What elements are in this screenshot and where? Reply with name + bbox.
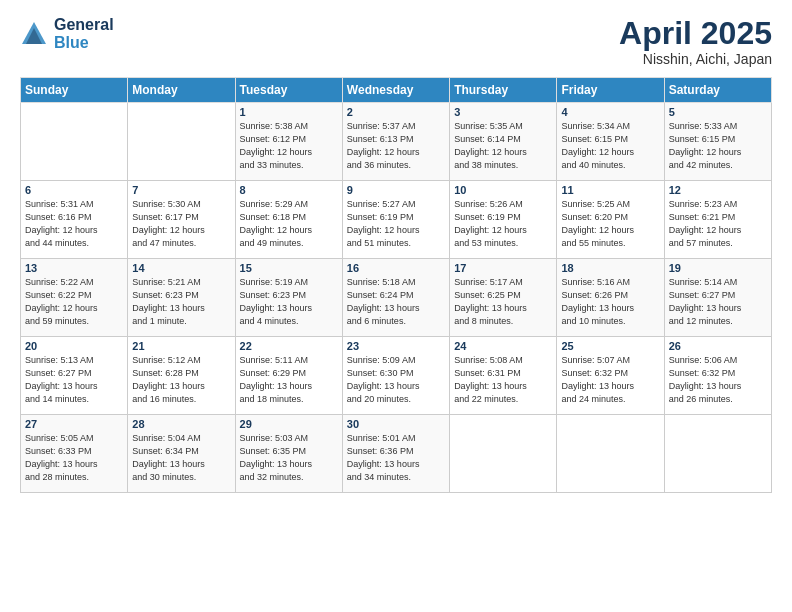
day-info: Sunrise: 5:03 AM Sunset: 6:35 PM Dayligh… — [240, 432, 338, 484]
calendar-cell: 27Sunrise: 5:05 AM Sunset: 6:33 PM Dayli… — [21, 415, 128, 493]
day-of-week-header: Friday — [557, 78, 664, 103]
day-info: Sunrise: 5:06 AM Sunset: 6:32 PM Dayligh… — [669, 354, 767, 406]
calendar-cell: 19Sunrise: 5:14 AM Sunset: 6:27 PM Dayli… — [664, 259, 771, 337]
day-info: Sunrise: 5:38 AM Sunset: 6:12 PM Dayligh… — [240, 120, 338, 172]
day-number: 11 — [561, 184, 659, 196]
day-info: Sunrise: 5:11 AM Sunset: 6:29 PM Dayligh… — [240, 354, 338, 406]
day-info: Sunrise: 5:31 AM Sunset: 6:16 PM Dayligh… — [25, 198, 123, 250]
day-info: Sunrise: 5:14 AM Sunset: 6:27 PM Dayligh… — [669, 276, 767, 328]
day-of-week-header: Saturday — [664, 78, 771, 103]
day-number: 3 — [454, 106, 552, 118]
calendar-cell: 23Sunrise: 5:09 AM Sunset: 6:30 PM Dayli… — [342, 337, 449, 415]
day-number: 17 — [454, 262, 552, 274]
calendar-cell: 1Sunrise: 5:38 AM Sunset: 6:12 PM Daylig… — [235, 103, 342, 181]
logo-text: General Blue — [54, 16, 114, 52]
calendar-cell: 3Sunrise: 5:35 AM Sunset: 6:14 PM Daylig… — [450, 103, 557, 181]
calendar-cell: 24Sunrise: 5:08 AM Sunset: 6:31 PM Dayli… — [450, 337, 557, 415]
calendar-cell: 22Sunrise: 5:11 AM Sunset: 6:29 PM Dayli… — [235, 337, 342, 415]
calendar-cell: 15Sunrise: 5:19 AM Sunset: 6:23 PM Dayli… — [235, 259, 342, 337]
day-number: 1 — [240, 106, 338, 118]
day-info: Sunrise: 5:37 AM Sunset: 6:13 PM Dayligh… — [347, 120, 445, 172]
day-info: Sunrise: 5:05 AM Sunset: 6:33 PM Dayligh… — [25, 432, 123, 484]
day-number: 22 — [240, 340, 338, 352]
calendar-cell: 12Sunrise: 5:23 AM Sunset: 6:21 PM Dayli… — [664, 181, 771, 259]
calendar-cell: 11Sunrise: 5:25 AM Sunset: 6:20 PM Dayli… — [557, 181, 664, 259]
day-of-week-header: Monday — [128, 78, 235, 103]
location: Nisshin, Aichi, Japan — [619, 51, 772, 67]
day-number: 8 — [240, 184, 338, 196]
day-number: 7 — [132, 184, 230, 196]
day-number: 23 — [347, 340, 445, 352]
day-number: 27 — [25, 418, 123, 430]
calendar-cell: 10Sunrise: 5:26 AM Sunset: 6:19 PM Dayli… — [450, 181, 557, 259]
day-number: 16 — [347, 262, 445, 274]
logo: General Blue — [20, 16, 114, 52]
day-info: Sunrise: 5:07 AM Sunset: 6:32 PM Dayligh… — [561, 354, 659, 406]
day-info: Sunrise: 5:21 AM Sunset: 6:23 PM Dayligh… — [132, 276, 230, 328]
calendar-cell: 26Sunrise: 5:06 AM Sunset: 6:32 PM Dayli… — [664, 337, 771, 415]
day-info: Sunrise: 5:13 AM Sunset: 6:27 PM Dayligh… — [25, 354, 123, 406]
calendar-cell — [664, 415, 771, 493]
day-number: 4 — [561, 106, 659, 118]
day-info: Sunrise: 5:04 AM Sunset: 6:34 PM Dayligh… — [132, 432, 230, 484]
calendar-cell: 8Sunrise: 5:29 AM Sunset: 6:18 PM Daylig… — [235, 181, 342, 259]
day-info: Sunrise: 5:30 AM Sunset: 6:17 PM Dayligh… — [132, 198, 230, 250]
day-number: 18 — [561, 262, 659, 274]
day-of-week-header: Sunday — [21, 78, 128, 103]
day-number: 15 — [240, 262, 338, 274]
calendar-cell: 29Sunrise: 5:03 AM Sunset: 6:35 PM Dayli… — [235, 415, 342, 493]
day-info: Sunrise: 5:34 AM Sunset: 6:15 PM Dayligh… — [561, 120, 659, 172]
day-number: 21 — [132, 340, 230, 352]
header: General Blue April 2025 Nisshin, Aichi, … — [20, 16, 772, 67]
day-number: 9 — [347, 184, 445, 196]
day-info: Sunrise: 5:29 AM Sunset: 6:18 PM Dayligh… — [240, 198, 338, 250]
calendar-cell: 7Sunrise: 5:30 AM Sunset: 6:17 PM Daylig… — [128, 181, 235, 259]
day-number: 24 — [454, 340, 552, 352]
day-number: 19 — [669, 262, 767, 274]
day-number: 6 — [25, 184, 123, 196]
day-number: 28 — [132, 418, 230, 430]
day-number: 13 — [25, 262, 123, 274]
calendar-week-row: 20Sunrise: 5:13 AM Sunset: 6:27 PM Dayli… — [21, 337, 772, 415]
day-of-week-header: Tuesday — [235, 78, 342, 103]
day-info: Sunrise: 5:01 AM Sunset: 6:36 PM Dayligh… — [347, 432, 445, 484]
calendar-cell: 18Sunrise: 5:16 AM Sunset: 6:26 PM Dayli… — [557, 259, 664, 337]
calendar-cell — [450, 415, 557, 493]
calendar-week-row: 27Sunrise: 5:05 AM Sunset: 6:33 PM Dayli… — [21, 415, 772, 493]
day-number: 30 — [347, 418, 445, 430]
day-of-week-header: Thursday — [450, 78, 557, 103]
calendar-cell: 30Sunrise: 5:01 AM Sunset: 6:36 PM Dayli… — [342, 415, 449, 493]
day-info: Sunrise: 5:26 AM Sunset: 6:19 PM Dayligh… — [454, 198, 552, 250]
calendar-cell: 14Sunrise: 5:21 AM Sunset: 6:23 PM Dayli… — [128, 259, 235, 337]
calendar-week-row: 1Sunrise: 5:38 AM Sunset: 6:12 PM Daylig… — [21, 103, 772, 181]
calendar-cell: 2Sunrise: 5:37 AM Sunset: 6:13 PM Daylig… — [342, 103, 449, 181]
day-number: 20 — [25, 340, 123, 352]
calendar-cell: 9Sunrise: 5:27 AM Sunset: 6:19 PM Daylig… — [342, 181, 449, 259]
calendar-cell — [21, 103, 128, 181]
month-title: April 2025 — [619, 16, 772, 51]
title-block: April 2025 Nisshin, Aichi, Japan — [619, 16, 772, 67]
calendar-week-row: 6Sunrise: 5:31 AM Sunset: 6:16 PM Daylig… — [21, 181, 772, 259]
page: General Blue April 2025 Nisshin, Aichi, … — [0, 0, 792, 612]
calendar-cell: 17Sunrise: 5:17 AM Sunset: 6:25 PM Dayli… — [450, 259, 557, 337]
day-number: 25 — [561, 340, 659, 352]
day-info: Sunrise: 5:25 AM Sunset: 6:20 PM Dayligh… — [561, 198, 659, 250]
day-number: 14 — [132, 262, 230, 274]
calendar-cell: 16Sunrise: 5:18 AM Sunset: 6:24 PM Dayli… — [342, 259, 449, 337]
day-info: Sunrise: 5:08 AM Sunset: 6:31 PM Dayligh… — [454, 354, 552, 406]
calendar-cell: 4Sunrise: 5:34 AM Sunset: 6:15 PM Daylig… — [557, 103, 664, 181]
day-info: Sunrise: 5:23 AM Sunset: 6:21 PM Dayligh… — [669, 198, 767, 250]
calendar-cell: 13Sunrise: 5:22 AM Sunset: 6:22 PM Dayli… — [21, 259, 128, 337]
calendar-cell: 25Sunrise: 5:07 AM Sunset: 6:32 PM Dayli… — [557, 337, 664, 415]
day-of-week-header: Wednesday — [342, 78, 449, 103]
day-info: Sunrise: 5:35 AM Sunset: 6:14 PM Dayligh… — [454, 120, 552, 172]
calendar-table: SundayMondayTuesdayWednesdayThursdayFrid… — [20, 77, 772, 493]
calendar-cell: 20Sunrise: 5:13 AM Sunset: 6:27 PM Dayli… — [21, 337, 128, 415]
calendar-cell: 21Sunrise: 5:12 AM Sunset: 6:28 PM Dayli… — [128, 337, 235, 415]
day-info: Sunrise: 5:27 AM Sunset: 6:19 PM Dayligh… — [347, 198, 445, 250]
calendar-cell: 5Sunrise: 5:33 AM Sunset: 6:15 PM Daylig… — [664, 103, 771, 181]
calendar-week-row: 13Sunrise: 5:22 AM Sunset: 6:22 PM Dayli… — [21, 259, 772, 337]
day-number: 5 — [669, 106, 767, 118]
day-info: Sunrise: 5:33 AM Sunset: 6:15 PM Dayligh… — [669, 120, 767, 172]
day-info: Sunrise: 5:17 AM Sunset: 6:25 PM Dayligh… — [454, 276, 552, 328]
